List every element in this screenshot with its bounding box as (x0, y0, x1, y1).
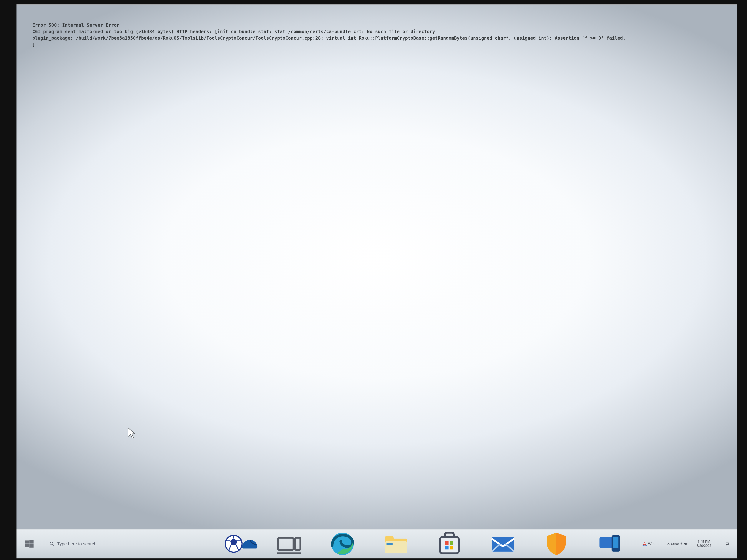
wifi-icon (679, 542, 684, 546)
file-explorer-icon (382, 530, 410, 558)
search-icon (49, 541, 54, 546)
system-tray (664, 529, 690, 558)
weather-widget[interactable]: Wea... (637, 529, 665, 558)
microsoft-store-icon (436, 530, 463, 558)
meet-now-icon (671, 542, 675, 546)
phone-link-icon (596, 530, 624, 558)
chevron-up-icon (667, 542, 671, 546)
desktop-viewport: Error 500: Internal Server Error CGI pro… (17, 4, 737, 529)
svg-rect-23 (644, 543, 645, 544)
mail-icon (489, 530, 517, 558)
volume-tray-button[interactable] (684, 529, 688, 558)
speaker-icon (684, 542, 688, 546)
tray-overflow-button[interactable] (667, 529, 671, 558)
svg-rect-8 (278, 538, 293, 550)
battery-icon (675, 542, 679, 546)
weather-alert-icon (642, 542, 647, 546)
svg-rect-18 (450, 546, 453, 550)
start-button[interactable] (17, 529, 43, 558)
svg-rect-9 (295, 538, 300, 550)
edge-icon (329, 530, 356, 558)
error-line-4: ] (32, 42, 35, 47)
meet-now-button[interactable] (671, 529, 675, 558)
svg-rect-22 (613, 537, 618, 548)
task-view-icon (275, 530, 303, 558)
error-line-2: CGI program sent malformed or too big (>… (32, 29, 435, 34)
svg-rect-16 (450, 541, 453, 545)
svg-rect-3 (29, 544, 33, 548)
task-view-button[interactable] (262, 529, 316, 558)
svg-rect-2 (25, 544, 29, 547)
news-and-interests-sports[interactable] (220, 529, 262, 558)
browser-error-page: Error 500: Internal Server Error CGI pro… (17, 5, 737, 529)
soccer-cleat-icon (241, 537, 258, 550)
weather-label: Wea... (648, 542, 659, 546)
svg-rect-1 (29, 540, 33, 543)
soccer-ball-icon (224, 534, 243, 554)
clock-time: 6:45 PM (698, 540, 710, 544)
svg-rect-17 (445, 546, 449, 550)
clock-date: 8/20/2023 (696, 544, 711, 548)
taskbar-search[interactable]: Type here to search (43, 529, 220, 558)
edge-app-button[interactable] (316, 529, 369, 558)
svg-rect-15 (445, 541, 449, 545)
shield-icon (542, 530, 570, 558)
svg-rect-13 (386, 543, 393, 545)
wifi-tray-button[interactable] (679, 529, 684, 558)
file-explorer-button[interactable] (369, 529, 422, 558)
search-placeholder: Type here to search (57, 541, 96, 546)
mail-app-button[interactable] (476, 529, 530, 558)
error-line-3: plugin_package: /build/work/7bee3a1850ff… (32, 35, 625, 41)
svg-rect-25 (671, 543, 673, 544)
phone-link-button[interactable] (583, 529, 636, 558)
svg-rect-27 (679, 543, 679, 544)
svg-point-29 (681, 545, 682, 545)
battery-tray-button[interactable] (675, 529, 679, 558)
microsoft-store-button[interactable] (423, 529, 476, 558)
error-line-1: Error 500: Internal Server Error (32, 23, 119, 28)
svg-rect-14 (440, 537, 459, 554)
notification-icon (725, 542, 729, 546)
monitor-frame: Error 500: Internal Server Error CGI pro… (0, 0, 747, 560)
svg-rect-28 (676, 543, 678, 544)
windows-taskbar: Type here to search (17, 529, 737, 558)
action-center-button[interactable] (718, 529, 737, 558)
svg-rect-24 (644, 544, 645, 545)
svg-line-5 (53, 544, 54, 546)
windows-logo-icon (24, 536, 34, 552)
taskbar-pinned-apps (262, 529, 636, 558)
security-app-button[interactable] (530, 529, 583, 558)
taskbar-clock[interactable]: 6:45 PM 8/20/2023 (690, 529, 718, 558)
svg-rect-0 (25, 540, 29, 543)
